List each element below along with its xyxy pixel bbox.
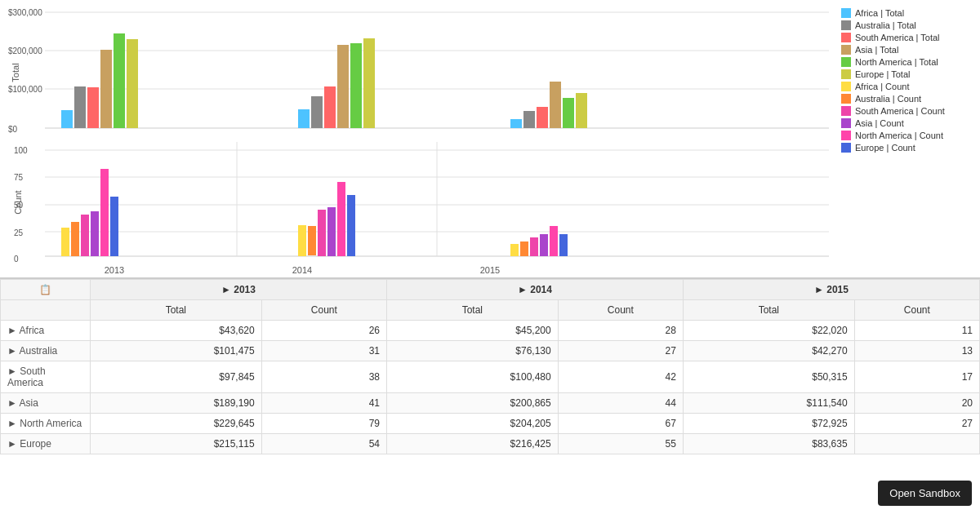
asia-2015-count: 20 [854,393,979,414]
asia-2015-total: $111,540 [683,393,854,414]
africa-2015-total: $22,020 [683,321,854,341]
data-table: 📋 ► 2013 ► 2014 ► 2015 Total Count Total… [0,277,980,454]
svg-rect-20 [563,98,574,128]
australia-2014-total: $76,130 [386,341,558,361]
table-row: ► Asia $189,190 41 $200,865 44 $111,540 … [1,393,980,414]
table-row: ► North America $229,645 79 $204,205 67 … [1,414,980,434]
svg-rect-13 [337,45,349,128]
europe-2015-total: $83,635 [683,434,854,454]
legend-color-africa-total [841,8,851,18]
northamerica-2015-count: 27 [854,414,979,434]
southamerica-2014-total: $100,480 [386,361,558,393]
europe-2013-total: $215,115 [91,434,262,454]
legend-africa-total: Africa | Total [841,8,976,18]
region-europe[interactable]: ► Europe [1,434,91,454]
southamerica-2015-count: 17 [854,361,979,393]
asia-2013-total: $189,190 [91,393,262,414]
region-australia[interactable]: ► Australia [1,341,91,361]
legend-europe-total: Europe | Total [841,69,976,79]
legend-color-europe-total [841,69,851,79]
northamerica-2014-total: $204,205 [386,414,558,434]
asia-2014-total: $200,865 [386,393,558,414]
legend-color-southamerica-count [841,106,851,116]
svg-rect-15 [363,38,375,128]
legend-southamerica-total: South America | Total [841,33,976,42]
x-labels: 2013 2014 2015 [45,263,829,277]
svg-rect-29 [81,215,89,256]
table-row: ► Europe $215,115 54 $216,425 55 $83,635 [1,434,980,454]
northamerica-2015-total: $72,925 [683,414,854,434]
northamerica-2014-count: 67 [558,414,683,434]
region-south-america[interactable]: ► South America [1,361,91,393]
svg-rect-16 [510,119,522,128]
svg-rect-9 [127,39,138,128]
sub-header-2015-count: Count [854,300,979,321]
legend-color-asia-total [841,45,851,55]
svg-rect-19 [550,82,561,128]
svg-rect-28 [71,222,79,256]
legend-australia-count: Australia | Count [841,94,976,104]
total-chart-grid [45,4,829,140]
legend-europe-count: Europe | Count [841,143,976,153]
africa-2015-count: 11 [854,321,979,341]
southamerica-2013-total: $97,845 [91,361,262,393]
open-sandbox-button[interactable]: Open Sandbox [878,481,972,506]
region-africa[interactable]: ► Africa [1,321,91,341]
svg-rect-8 [114,33,125,128]
legend-color-southamerica-total [841,33,851,42]
year-header-2013[interactable]: ► 2013 [91,280,387,300]
asia-2013-count: 41 [261,393,386,414]
svg-rect-12 [324,86,336,128]
europe-2013-count: 54 [261,434,386,454]
australia-2013-count: 31 [261,341,386,361]
legend-color-australia-total [841,20,851,30]
chart-legend: Africa | Total Australia | Total South A… [837,0,980,277]
svg-rect-18 [537,107,548,128]
legend-color-asia-count [841,118,851,128]
asia-2014-count: 44 [558,393,683,414]
table-row: ► Australia $101,475 31 $76,130 27 $42,2… [1,341,980,361]
svg-rect-36 [327,207,336,256]
europe-2015-count [854,434,979,454]
svg-rect-41 [530,237,538,256]
svg-rect-37 [337,182,345,256]
region-asia[interactable]: ► Asia [1,393,91,414]
table-row: ► South America $97,845 38 $100,480 42 $… [1,361,980,393]
australia-2015-total: $42,270 [683,341,854,361]
legend-color-australia-count [841,94,851,104]
svg-rect-17 [523,111,535,128]
svg-rect-38 [347,195,355,256]
svg-rect-43 [550,226,558,256]
svg-rect-7 [100,50,112,128]
africa-2014-total: $45,200 [386,321,558,341]
svg-rect-21 [576,93,587,128]
legend-asia-total: Asia | Total [841,45,976,55]
total-y-label: Total [11,63,20,82]
africa-2013-count: 26 [261,321,386,341]
region-north-america[interactable]: ► North America [1,414,91,434]
sub-header-2014-total: Total [386,300,558,321]
northamerica-2013-total: $229,645 [91,414,262,434]
year-header-2014[interactable]: ► 2014 [386,280,683,300]
europe-2014-count: 55 [558,434,683,454]
southamerica-2014-count: 42 [558,361,683,393]
count-chart: Count 100 75 50 25 0 [45,142,829,263]
australia-2014-count: 27 [558,341,683,361]
svg-rect-42 [540,234,548,256]
svg-rect-32 [110,197,118,256]
legend-australia-total: Australia | Total [841,20,976,30]
svg-rect-14 [350,43,362,128]
svg-rect-10 [298,109,310,128]
sub-header-2013-count: Count [261,300,386,321]
year-header-2015[interactable]: ► 2015 [683,280,979,300]
australia-2013-total: $101,475 [91,341,262,361]
sub-header-2013-total: Total [91,300,262,321]
australia-2015-count: 13 [854,341,979,361]
southamerica-2015-total: $50,315 [683,361,854,393]
chart-area: Total $300,000 $200,000 $100,000 $0 [0,0,980,277]
svg-rect-30 [91,211,99,256]
africa-2013-total: $43,620 [91,321,262,341]
legend-northamerica-total: North America | Total [841,57,976,67]
legend-africa-count: Africa | Count [841,82,976,91]
total-chart: Total $300,000 $200,000 $100,000 $0 [45,4,829,140]
